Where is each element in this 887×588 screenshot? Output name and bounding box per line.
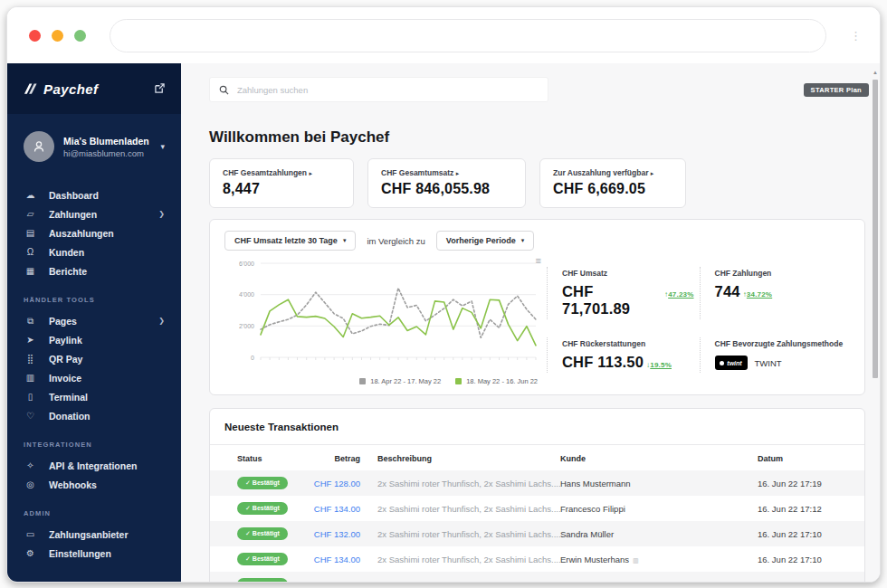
- plan-badge[interactable]: STARTER Plan: [804, 83, 869, 97]
- sidebar-item-paylink[interactable]: ➤ Paylink: [7, 330, 181, 349]
- customer: Francesco Filippi: [560, 496, 758, 521]
- chevron-right-icon: ❯: [158, 210, 165, 218]
- sidebar-item-auszahlungen[interactable]: ▤ Auszahlungen: [7, 223, 181, 242]
- paychef-logo[interactable]: Paychef: [24, 81, 155, 97]
- sidebar-item-invoice[interactable]: ▥ Invoice: [7, 368, 181, 387]
- col-betrag: Betrag: [308, 445, 360, 470]
- delta-up-indicator[interactable]: ↑34.72%: [743, 290, 773, 299]
- stat-card-zur-auszahlung[interactable]: Zur Auszahlung verfügbar ▸ CHF 6,669.05: [539, 158, 686, 208]
- address-bar[interactable]: [110, 19, 826, 52]
- sidebar-item-webhooks[interactable]: ◎ Webhooks: [7, 475, 181, 494]
- line-chart: ≡ 6'0004'0002'0000 18. Apr 22 - 17. May …: [224, 256, 543, 385]
- maximize-window-button[interactable]: [74, 30, 86, 42]
- table-row[interactable]: ✓ Bestätigt CHF 134.00 2x Sashimi roter …: [210, 546, 864, 572]
- col-beschreibung: Beschreibung: [360, 445, 560, 470]
- metric-rueckerstattungen: CHF Rückerstattungen CHF 113.50 ↓19.5%: [547, 337, 700, 373]
- transactions-table: Status Betrag Beschreibung Kunde Datum ✓…: [210, 445, 864, 582]
- delta-up-indicator[interactable]: ↑47.23%: [664, 290, 694, 299]
- provider-card-icon: ▭: [24, 529, 37, 539]
- window-controls: [29, 30, 86, 42]
- range-select[interactable]: CHF Umsatz letzte 30 Tage ▾: [224, 231, 356, 251]
- date: 16. Jun 22 17:02: [758, 572, 864, 582]
- sidebar-item-pages[interactable]: ⧉ Pages ❯: [7, 311, 181, 330]
- stat-value: 8,447: [223, 181, 340, 197]
- account-switcher[interactable]: Mia's Blumenladen hi@miasblumen.com ▾: [7, 114, 181, 176]
- logo-text: Paychef: [43, 81, 98, 97]
- qr-code-icon: ⣿: [24, 354, 37, 364]
- webhook-pin-icon: ◎: [24, 479, 37, 489]
- amount-link[interactable]: CHF 222.50: [308, 580, 360, 583]
- date: 16. Jun 22 17:12: [758, 496, 864, 521]
- account-email: hi@miasblumen.com: [63, 148, 151, 158]
- date: 16. Jun 22 17:10: [758, 521, 864, 546]
- stat-value: CHF 846,055.98: [381, 181, 512, 197]
- person-icon: [32, 139, 46, 154]
- scroll-up-arrow-icon[interactable]: ▲: [872, 69, 879, 76]
- compare-label: im Vergleich zu: [367, 236, 424, 246]
- table-row[interactable]: ✓ Bestätigt CHF 134.00 2x Sashimi roter …: [210, 496, 864, 521]
- sidebar-item-donation[interactable]: ♡ Donation: [7, 406, 181, 425]
- twint-dot-icon: [720, 361, 724, 365]
- transactions-title: Neueste Transaktionen: [210, 422, 864, 445]
- browser-menu-icon[interactable]: ⋮: [846, 30, 865, 42]
- sidebar-item-api-integrationen[interactable]: ✧ API & Integrationen: [7, 456, 181, 475]
- check-icon: ✓: [245, 581, 251, 582]
- amount-link[interactable]: CHF 128.00: [308, 479, 360, 488]
- table-row[interactable]: ✓ Bestätigt CHF 132.00 2x Sashimi roter …: [210, 521, 864, 546]
- browser-chrome: ⋮: [7, 7, 880, 63]
- caret-right-icon: ▸: [309, 170, 312, 176]
- legend-swatch-green: [455, 378, 462, 384]
- amount-link[interactable]: CHF 132.00: [308, 529, 360, 539]
- sidebar-item-kunden[interactable]: Ω Kunden: [7, 242, 181, 261]
- metric-bevorzugte-zahlungsmethode: CHF Bevorzugte Zahlungsmethode twint TWI…: [700, 337, 853, 373]
- reports-icon: ▦: [24, 266, 37, 276]
- status-badge: ✓ Bestätigt: [237, 578, 288, 582]
- status-badge: ✓ Bestätigt: [237, 527, 288, 540]
- customer: Hans Mustermann: [560, 470, 758, 496]
- search-bar[interactable]: [209, 77, 548, 102]
- date: 16. Jun 22 17:10: [758, 546, 864, 572]
- external-link-icon[interactable]: [155, 81, 165, 97]
- main-content: STARTER Plan Willkommen bei Paychef CHF …: [181, 63, 880, 582]
- scrollbar[interactable]: ▲: [872, 69, 879, 582]
- chart-metrics: CHF Umsatz CHF 71,701.89 ↑47.23% CHF Zah…: [543, 256, 852, 385]
- amount-link[interactable]: CHF 134.00: [308, 504, 360, 514]
- sidebar-item-zahlungsanbieter[interactable]: ▭ Zahlungsanbieter: [7, 525, 181, 544]
- sidebar-item-zahlungen[interactable]: ▱ Zahlungen ❯: [7, 204, 181, 223]
- metric-umsatz: CHF Umsatz CHF 71,701.89 ↑47.23%: [547, 267, 700, 319]
- section-admin: ADMIN: [7, 494, 181, 525]
- sidebar-item-berichte[interactable]: ▦ Berichte: [7, 261, 181, 280]
- stat-card-gesamtumsatz[interactable]: CHF Gesamtumsatz ▸ CHF 846,055.98: [367, 158, 526, 208]
- pages-icon: ⧉: [24, 316, 37, 327]
- gear-icon: ⚙: [24, 548, 37, 558]
- scrollbar-thumb[interactable]: [873, 80, 878, 378]
- paychef-logo-icon: [24, 82, 37, 95]
- account-info: Mia's Blumenladen hi@miasblumen.com: [63, 136, 151, 158]
- date: 16. Jun 22 17:19: [758, 470, 864, 496]
- compare-select[interactable]: Vorherige Periode ▾: [436, 231, 534, 251]
- close-window-button[interactable]: [29, 30, 41, 42]
- table-row[interactable]: ✓ Bestätigt CHF 222.50 2x Sashimi roter …: [210, 572, 864, 582]
- chart-menu-icon[interactable]: ≡: [536, 256, 541, 266]
- transactions-card: Neueste Transaktionen Status Betrag Besc…: [209, 408, 865, 582]
- sidebar-item-dashboard[interactable]: ☁ Dashboard: [7, 185, 181, 204]
- dashboard-cloud-icon: ☁: [24, 190, 37, 200]
- description: 2x Sashimi roter Thunfisch, 2x Sashimi L…: [360, 572, 560, 582]
- stat-cards: CHF Gesamtzahlungen ▸ 8,447 CHF Gesamtum…: [209, 158, 865, 208]
- sidebar-item-qr-pay[interactable]: ⣿ QR Pay: [7, 349, 181, 368]
- sidebar-item-einstellungen[interactable]: ⚙ Einstellungen: [7, 544, 181, 563]
- search-input[interactable]: [237, 85, 539, 95]
- delta-down-indicator[interactable]: ↓19.5%: [646, 361, 672, 369]
- svg-text:4'000: 4'000: [239, 291, 254, 298]
- table-row[interactable]: ✓ Bestätigt CHF 128.00 2x Sashimi roter …: [210, 470, 864, 496]
- description: 2x Sashimi roter Thunfisch, 2x Sashimi L…: [360, 546, 560, 572]
- description: 2x Sashimi roter Thunfisch, 2x Sashimi L…: [360, 496, 560, 521]
- sidebar-nav: ☁ Dashboard ▱ Zahlungen ❯ ▤ Auszahlungen…: [7, 176, 181, 563]
- svg-text:0: 0: [251, 355, 254, 361]
- customer: Sandra Müller: [560, 521, 758, 546]
- sidebar-item-terminal[interactable]: ▯ Terminal: [7, 387, 181, 406]
- stat-card-gesamtzahlungen[interactable]: CHF Gesamtzahlungen ▸ 8,447: [209, 158, 354, 208]
- minimize-window-button[interactable]: [52, 30, 63, 42]
- col-datum: Datum: [758, 445, 864, 470]
- amount-link[interactable]: CHF 134.00: [308, 555, 360, 564]
